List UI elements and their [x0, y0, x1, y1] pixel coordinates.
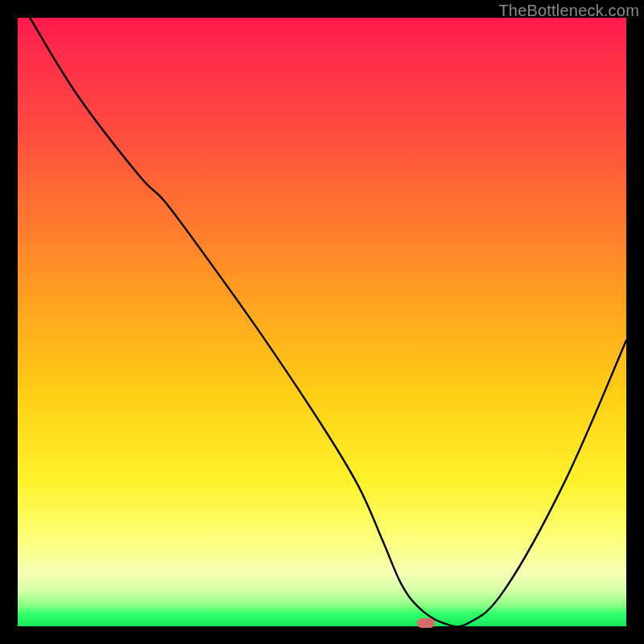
watermark-text: TheBottleneck.com: [498, 2, 639, 20]
plot-area: [18, 18, 626, 626]
optimal-marker: [417, 618, 435, 628]
chart-frame: TheBottleneck.com: [0, 0, 644, 644]
bottleneck-curve: [18, 18, 626, 626]
